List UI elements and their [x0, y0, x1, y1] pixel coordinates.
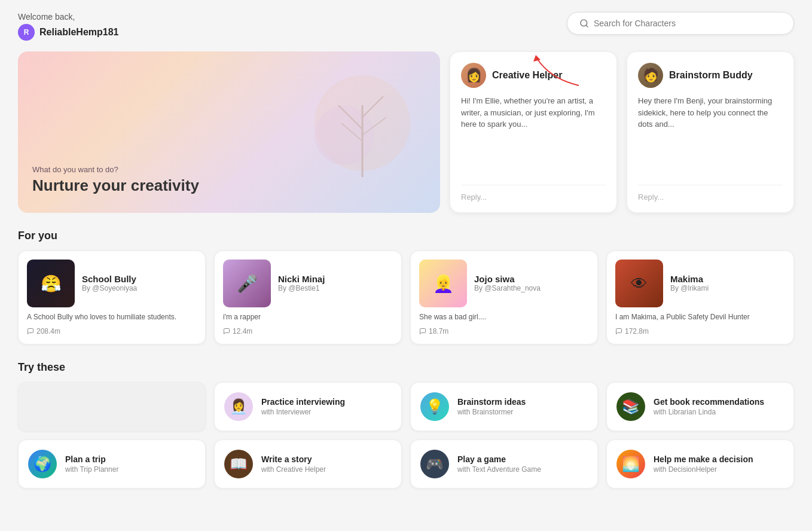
try-sub-decision: with DecisionHelper — [654, 465, 753, 474]
try-card-librarian[interactable]: 📚 Get book recommendations with Libraria… — [606, 382, 794, 431]
try-icon-interviewer: 👩‍💼 — [224, 392, 253, 421]
person-desc: A School Bully who loves to humiliate st… — [27, 312, 197, 322]
search-bar[interactable] — [567, 12, 794, 35]
try-card-empty — [18, 382, 206, 431]
user-row: R ReliableHemp181 — [18, 24, 119, 41]
brainstorm-buddy-avatar: 🧑 — [638, 63, 663, 88]
try-sub-brainstormer: with Brainstormer — [457, 408, 526, 416]
person-name-nicki: Nicki Minaj — [278, 274, 325, 284]
try-icon-librarian: 📚 — [616, 392, 645, 421]
try-these-section: Try these 👩‍💼 Practice interviewing with… — [18, 361, 794, 489]
try-card-interviewer[interactable]: 👩‍💼 Practice interviewing with Interview… — [214, 382, 402, 431]
character-cards: 👩 Creative Helper Hi! I'm Ellie, whether… — [450, 51, 794, 213]
person-card-school-bully[interactable]: 😤 School Bully By @Soyeoniyaa A School B… — [18, 251, 206, 344]
char-header: 👩 Creative Helper — [461, 63, 606, 88]
person-count-makima: 172.8m — [615, 327, 785, 335]
try-grid: 👩‍💼 Practice interviewing with Interview… — [18, 382, 794, 489]
hero-title: Nurture your creativity — [32, 176, 199, 195]
person-name-makima: Makima — [670, 274, 709, 284]
person-name-jojo: Jojo siwa — [474, 274, 541, 284]
person-desc-nicki: i'm a rapper — [223, 312, 393, 322]
person-name: School Bully — [82, 274, 137, 284]
person-desc-makima: I am Makima, a Public Safety Devil Hunte… — [615, 312, 785, 322]
try-icon-trip: 🌍 — [28, 450, 57, 478]
try-main-game: Play a game — [457, 454, 541, 464]
char-header-2: 🧑 Brainstorm Buddy — [638, 63, 783, 88]
for-you-title: For you — [18, 230, 794, 242]
person-card-nicki[interactable]: 🎤 Nicki Minaj By @Bestie1 i'm a rapper 1… — [214, 251, 402, 344]
try-sub-game: with Text Adventure Game — [457, 465, 541, 474]
try-main-brainstormer: Brainstorm ideas — [457, 397, 526, 407]
svg-line-2 — [586, 25, 588, 27]
hero-row: What do you want to do? Nurture your cre… — [18, 51, 794, 213]
welcome-section: Welcome back, R ReliableHemp181 — [18, 12, 119, 41]
creative-helper-avatar: 👩 — [461, 63, 486, 88]
username: ReliableHemp181 — [39, 27, 119, 38]
person-by: By @Soyeoniyaa — [82, 284, 137, 292]
try-card-story[interactable]: 📖 Write a story with Creative Helper — [214, 440, 402, 489]
person-by-nicki: By @Bestie1 — [278, 284, 325, 292]
person-desc-jojo: She was a bad girl.... — [419, 312, 589, 322]
person-by-makima: By @lrikami — [670, 284, 709, 292]
welcome-text: Welcome back, — [18, 12, 119, 22]
try-main-decision: Help me make a decision — [654, 454, 753, 464]
try-main-interviewer: Practice interviewing — [261, 397, 345, 407]
search-wrapper — [567, 12, 794, 35]
avatar: R — [18, 24, 35, 41]
for-you-section: For you 😤 School Bully By @Soyeoniyaa A … — [18, 230, 794, 344]
try-main-librarian: Get book recommendations — [654, 397, 764, 407]
person-count-nicki: 12.4m — [223, 327, 393, 335]
person-count: 208.4m — [27, 327, 197, 335]
try-these-title: Try these — [18, 361, 794, 374]
try-main-story: Write a story — [261, 454, 326, 464]
hero-card[interactable]: What do you want to do? Nurture your cre… — [18, 51, 440, 213]
try-icon-game: 🎮 — [420, 450, 449, 478]
try-sub-interviewer: with Interviewer — [261, 408, 345, 416]
try-sub-librarian: with Librarian Linda — [654, 408, 764, 416]
person-by-jojo: By @Sarahthe_nova — [474, 284, 541, 292]
try-sub-trip: with Trip Planner — [65, 465, 118, 474]
character-card-creative-helper[interactable]: 👩 Creative Helper Hi! I'm Ellie, whether… — [450, 51, 617, 213]
try-icon-brainstormer: 💡 — [420, 392, 449, 421]
brainstorm-buddy-desc: Hey there I'm Benji, your brainstorming … — [638, 95, 783, 130]
try-card-trip[interactable]: 🌍 Plan a trip with Trip Planner — [18, 440, 206, 489]
try-card-decision[interactable]: 🌅 Help me make a decision with DecisionH… — [606, 440, 794, 489]
try-main-trip: Plan a trip — [65, 454, 118, 464]
person-card-makima[interactable]: 👁 Makima By @lrikami I am Makima, a Publ… — [606, 251, 794, 344]
character-card-brainstorm-buddy[interactable]: 🧑 Brainstorm Buddy Hey there I'm Benji, … — [627, 51, 794, 213]
person-card-jojo[interactable]: 👱‍♀️ Jojo siwa By @Sarahthe_nova She was… — [410, 251, 598, 344]
try-icon-story: 📖 — [224, 450, 253, 478]
try-card-brainstormer[interactable]: 💡 Brainstorm ideas with Brainstormer — [410, 382, 598, 431]
for-you-cards: 😤 School Bully By @Soyeoniyaa A School B… — [18, 251, 794, 344]
person-img-nicki: 🎤 — [223, 260, 271, 307]
search-icon — [579, 19, 589, 28]
header: Welcome back, R ReliableHemp181 — [18, 12, 794, 41]
hero-text: What do you want to do? Nurture your cre… — [32, 165, 199, 195]
brainstorm-buddy-name: Brainstorm Buddy — [669, 70, 753, 81]
person-count-jojo: 18.7m — [419, 327, 589, 335]
brainstorm-buddy-reply[interactable]: Reply... — [638, 185, 783, 202]
creative-helper-name: Creative Helper — [492, 70, 562, 81]
person-img-makima: 👁 — [615, 260, 663, 307]
person-img-school-bully: 😤 — [27, 260, 75, 307]
search-input[interactable] — [594, 19, 782, 28]
creative-helper-reply[interactable]: Reply... — [461, 185, 606, 202]
try-card-game[interactable]: 🎮 Play a game with Text Adventure Game — [410, 440, 598, 489]
hero-decoration — [297, 57, 428, 189]
try-icon-decision: 🌅 — [616, 450, 645, 478]
try-sub-story: with Creative Helper — [261, 465, 326, 474]
creative-helper-desc: Hi! I'm Ellie, whether you're an artist,… — [461, 95, 606, 130]
person-img-jojo: 👱‍♀️ — [419, 260, 467, 307]
hero-subtitle: What do you want to do? — [32, 165, 199, 174]
